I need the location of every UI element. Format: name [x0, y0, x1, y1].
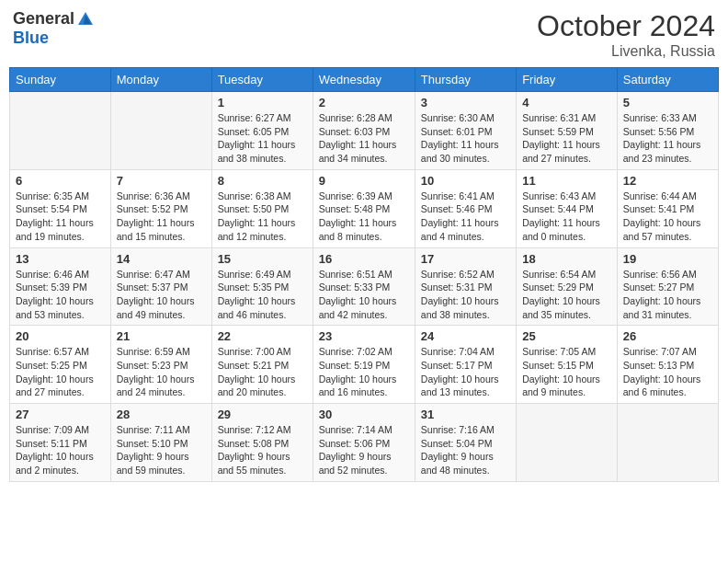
- day-number: 19: [623, 252, 712, 266]
- day-detail: Sunrise: 6:27 AMSunset: 6:05 PMDaylight:…: [218, 111, 307, 166]
- day-number: 1: [218, 96, 307, 109]
- day-detail: Sunrise: 6:41 AMSunset: 5:46 PMDaylight:…: [421, 190, 510, 244]
- calendar-cell: 23Sunrise: 7:02 AMSunset: 5:19 PMDayligh…: [313, 326, 415, 404]
- calendar-cell: 4Sunrise: 6:31 AMSunset: 5:59 PMDaylight…: [517, 92, 618, 170]
- day-detail: Sunrise: 6:28 AMSunset: 6:03 PMDaylight:…: [319, 111, 409, 166]
- calendar-cell: 5Sunrise: 6:33 AMSunset: 5:56 PMDaylight…: [617, 92, 718, 170]
- title-block: October 2024 Livenka, Russia: [537, 9, 715, 60]
- day-number: 30: [319, 408, 409, 421]
- day-detail: Sunrise: 6:54 AMSunset: 5:29 PMDaylight:…: [522, 268, 611, 322]
- calendar-cell: 18Sunrise: 6:54 AMSunset: 5:29 PMDayligh…: [517, 247, 618, 326]
- day-number: 26: [623, 329, 712, 343]
- day-detail: Sunrise: 6:43 AMSunset: 5:44 PMDaylight:…: [522, 190, 611, 244]
- calendar-cell: 7Sunrise: 6:36 AMSunset: 5:52 PMDaylight…: [110, 169, 211, 247]
- day-number: 6: [16, 174, 105, 188]
- calendar-cell: 3Sunrise: 6:30 AMSunset: 6:01 PMDaylight…: [415, 92, 516, 170]
- day-number: 25: [522, 329, 611, 343]
- calendar-cell: 12Sunrise: 6:44 AMSunset: 5:41 PMDayligh…: [617, 169, 718, 247]
- weekday-header: Monday: [110, 68, 211, 92]
- calendar-cell: 6Sunrise: 6:35 AMSunset: 5:54 PMDaylight…: [10, 169, 111, 247]
- day-detail: Sunrise: 7:00 AMSunset: 5:21 PMDaylight:…: [218, 345, 307, 399]
- location: Livenka, Russia: [537, 43, 715, 60]
- calendar-cell: 15Sunrise: 6:49 AMSunset: 5:35 PMDayligh…: [211, 247, 313, 326]
- day-number: 8: [218, 174, 307, 188]
- day-detail: Sunrise: 6:57 AMSunset: 5:25 PMDaylight:…: [16, 345, 105, 399]
- calendar-cell: 27Sunrise: 7:09 AMSunset: 5:11 PMDayligh…: [10, 404, 111, 482]
- calendar-cell: 22Sunrise: 7:00 AMSunset: 5:21 PMDayligh…: [211, 326, 313, 404]
- day-number: 14: [117, 252, 206, 266]
- day-number: 11: [522, 174, 611, 188]
- calendar-cell: 17Sunrise: 6:52 AMSunset: 5:31 PMDayligh…: [415, 247, 516, 326]
- calendar-cell: 25Sunrise: 7:05 AMSunset: 5:15 PMDayligh…: [517, 326, 618, 404]
- calendar-cell: 20Sunrise: 6:57 AMSunset: 5:25 PMDayligh…: [10, 326, 111, 404]
- weekday-header: Friday: [517, 68, 618, 92]
- day-number: 29: [218, 408, 307, 421]
- day-detail: Sunrise: 6:31 AMSunset: 5:59 PMDaylight:…: [522, 111, 611, 166]
- day-number: 10: [421, 174, 510, 188]
- calendar-cell: 11Sunrise: 6:43 AMSunset: 5:44 PMDayligh…: [517, 169, 618, 247]
- day-detail: Sunrise: 7:04 AMSunset: 5:17 PMDaylight:…: [421, 345, 510, 399]
- day-number: 28: [117, 408, 206, 421]
- day-detail: Sunrise: 6:35 AMSunset: 5:54 PMDaylight:…: [16, 190, 105, 244]
- day-number: 13: [16, 252, 105, 266]
- day-number: 23: [319, 329, 409, 343]
- weekday-header: Saturday: [617, 68, 718, 92]
- day-detail: Sunrise: 7:09 AMSunset: 5:11 PMDaylight:…: [16, 423, 105, 477]
- day-detail: Sunrise: 6:38 AMSunset: 5:50 PMDaylight:…: [218, 190, 307, 244]
- day-number: 21: [117, 329, 206, 343]
- day-number: 22: [218, 329, 307, 343]
- logo-blue-text: Blue: [13, 29, 49, 48]
- calendar-cell: 16Sunrise: 6:51 AMSunset: 5:33 PMDayligh…: [313, 247, 415, 326]
- day-number: 4: [522, 96, 611, 109]
- page-header: General Blue October 2024 Livenka, Russi…: [9, 9, 719, 60]
- day-number: 7: [117, 174, 206, 188]
- month-title: October 2024: [537, 9, 715, 43]
- day-detail: Sunrise: 7:05 AMSunset: 5:15 PMDaylight:…: [522, 345, 611, 399]
- day-number: 17: [421, 252, 510, 266]
- calendar-cell: 2Sunrise: 6:28 AMSunset: 6:03 PMDaylight…: [313, 92, 415, 170]
- day-number: 27: [16, 408, 105, 421]
- day-detail: Sunrise: 6:39 AMSunset: 5:48 PMDaylight:…: [319, 190, 409, 244]
- calendar-cell: [110, 92, 211, 170]
- calendar-cell: 8Sunrise: 6:38 AMSunset: 5:50 PMDaylight…: [211, 169, 313, 247]
- weekday-header: Tuesday: [211, 68, 313, 92]
- calendar-week-row: 1Sunrise: 6:27 AMSunset: 6:05 PMDaylight…: [10, 92, 719, 170]
- calendar-cell: [517, 404, 618, 482]
- calendar-cell: 13Sunrise: 6:46 AMSunset: 5:39 PMDayligh…: [10, 247, 111, 326]
- logo-icon: [76, 10, 95, 29]
- day-number: 3: [421, 96, 510, 109]
- calendar-cell: 14Sunrise: 6:47 AMSunset: 5:37 PMDayligh…: [110, 247, 211, 326]
- weekday-header: Wednesday: [313, 68, 415, 92]
- calendar-cell: 29Sunrise: 7:12 AMSunset: 5:08 PMDayligh…: [211, 404, 313, 482]
- weekday-header: Thursday: [415, 68, 516, 92]
- day-detail: Sunrise: 6:59 AMSunset: 5:23 PMDaylight:…: [117, 345, 206, 399]
- calendar-cell: 24Sunrise: 7:04 AMSunset: 5:17 PMDayligh…: [415, 326, 516, 404]
- calendar-cell: 30Sunrise: 7:14 AMSunset: 5:06 PMDayligh…: [313, 404, 415, 482]
- day-detail: Sunrise: 7:02 AMSunset: 5:19 PMDaylight:…: [319, 345, 409, 399]
- day-detail: Sunrise: 6:56 AMSunset: 5:27 PMDaylight:…: [623, 268, 712, 322]
- day-number: 12: [623, 174, 712, 188]
- day-detail: Sunrise: 7:12 AMSunset: 5:08 PMDaylight:…: [218, 423, 307, 477]
- calendar-week-row: 20Sunrise: 6:57 AMSunset: 5:25 PMDayligh…: [10, 326, 719, 404]
- day-number: 5: [623, 96, 712, 109]
- calendar-cell: [10, 92, 111, 170]
- calendar-cell: 31Sunrise: 7:16 AMSunset: 5:04 PMDayligh…: [415, 404, 516, 482]
- calendar-cell: 10Sunrise: 6:41 AMSunset: 5:46 PMDayligh…: [415, 169, 516, 247]
- day-number: 16: [319, 252, 409, 266]
- day-detail: Sunrise: 7:11 AMSunset: 5:10 PMDaylight:…: [117, 423, 206, 477]
- day-number: 31: [421, 408, 510, 421]
- day-number: 2: [319, 96, 409, 109]
- day-number: 18: [522, 252, 611, 266]
- logo: General Blue: [13, 9, 95, 48]
- day-detail: Sunrise: 6:52 AMSunset: 5:31 PMDaylight:…: [421, 268, 510, 322]
- calendar-table: SundayMondayTuesdayWednesdayThursdayFrid…: [9, 67, 719, 482]
- day-detail: Sunrise: 7:14 AMSunset: 5:06 PMDaylight:…: [319, 423, 409, 477]
- day-detail: Sunrise: 6:46 AMSunset: 5:39 PMDaylight:…: [16, 268, 105, 322]
- day-number: 20: [16, 329, 105, 343]
- day-detail: Sunrise: 6:44 AMSunset: 5:41 PMDaylight:…: [623, 190, 712, 244]
- day-detail: Sunrise: 6:51 AMSunset: 5:33 PMDaylight:…: [319, 268, 409, 322]
- day-number: 15: [218, 252, 307, 266]
- day-detail: Sunrise: 7:07 AMSunset: 5:13 PMDaylight:…: [623, 345, 712, 399]
- calendar-cell: [617, 404, 718, 482]
- day-detail: Sunrise: 6:47 AMSunset: 5:37 PMDaylight:…: [117, 268, 206, 322]
